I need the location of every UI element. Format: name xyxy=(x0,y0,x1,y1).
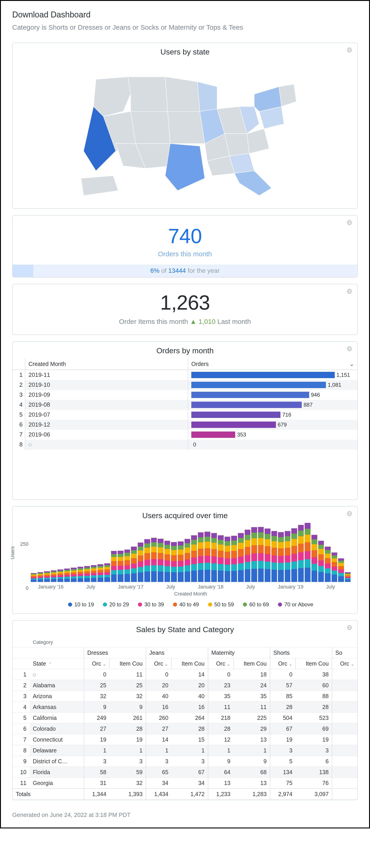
table-row[interactable]: 8Delaware11111133 xyxy=(13,745,357,756)
stacked-bar[interactable] xyxy=(245,530,251,582)
chevron-down-icon[interactable]: ⌄ xyxy=(165,662,168,666)
bar[interactable] xyxy=(191,432,235,438)
col-header[interactable]: Orc ⌄ xyxy=(208,658,234,669)
table-row[interactable]: 7Connecticut1919141512131919 xyxy=(13,734,357,745)
col-header[interactable]: Orc ⌄ xyxy=(84,658,110,669)
stacked-bar[interactable] xyxy=(298,525,304,582)
bar[interactable] xyxy=(191,372,335,378)
stacked-bar[interactable] xyxy=(37,572,43,582)
stacked-bar[interactable] xyxy=(51,570,57,582)
sort-asc-icon[interactable]: ˄ xyxy=(49,662,51,666)
stacked-bar[interactable] xyxy=(332,553,337,582)
bar[interactable] xyxy=(191,392,309,398)
globe-icon[interactable] xyxy=(346,511,352,518)
col-created-month[interactable]: Created Month xyxy=(25,359,188,370)
stacked-bar[interactable] xyxy=(231,536,237,582)
stacked-bar[interactable] xyxy=(138,542,144,582)
table-row[interactable]: 80 xyxy=(13,440,357,450)
stacked-bar[interactable] xyxy=(91,565,97,582)
stacked-bar[interactable] xyxy=(178,541,184,582)
col-header[interactable]: Orc ⌄ xyxy=(270,658,296,669)
col-header[interactable]: Item Cou xyxy=(234,658,270,669)
col-group[interactable]: Jeans xyxy=(146,647,208,658)
stacked-bar[interactable] xyxy=(131,547,137,582)
stacked-bar[interactable] xyxy=(198,532,204,582)
stacked-bar[interactable] xyxy=(311,535,317,582)
table-row[interactable]: 62019-12679 xyxy=(13,420,357,430)
table-row[interactable]: 10Florida585965676468134138 xyxy=(13,767,357,778)
stacked-bar[interactable] xyxy=(57,569,63,582)
legend-item[interactable]: 60 to 69 xyxy=(243,601,269,608)
chevron-down-icon[interactable]: ⌄ xyxy=(351,662,354,666)
stacked-bar[interactable] xyxy=(164,541,170,582)
stacked-bar[interactable] xyxy=(78,567,84,582)
stacked-bar[interactable] xyxy=(318,541,324,582)
stacked-bar[interactable] xyxy=(111,551,117,582)
col-state[interactable]: State ˄ xyxy=(30,658,84,669)
table-row[interactable]: 32019-09946 xyxy=(13,390,357,400)
stacked-bar-chart[interactable] xyxy=(31,523,350,582)
stacked-bar[interactable] xyxy=(158,539,163,582)
table-row[interactable]: 11Georgia3132343413137576 xyxy=(13,778,357,788)
stacked-bar[interactable] xyxy=(191,535,197,582)
legend-item[interactable]: 40 to 49 xyxy=(173,601,199,608)
stacked-bar[interactable] xyxy=(265,529,271,582)
table-row[interactable]: 1011014018038 xyxy=(13,669,357,680)
stacked-bar[interactable] xyxy=(291,528,297,582)
stacked-bar[interactable] xyxy=(205,532,210,582)
table-row[interactable]: 2Alabama2525202023245760 xyxy=(13,680,357,691)
stacked-bar[interactable] xyxy=(64,568,70,582)
stacked-bar[interactable] xyxy=(171,542,177,582)
stacked-bar[interactable] xyxy=(44,571,50,582)
stacked-bar[interactable] xyxy=(338,558,344,582)
bar[interactable] xyxy=(191,422,276,428)
stacked-bar[interactable] xyxy=(305,523,310,582)
table-row[interactable]: 22019-101,081 xyxy=(13,380,357,390)
globe-icon[interactable] xyxy=(346,288,352,295)
stacked-bar[interactable] xyxy=(151,538,157,582)
stacked-bar[interactable] xyxy=(118,551,123,582)
table-row[interactable]: 72019-06353 xyxy=(13,430,357,440)
legend-item[interactable]: 10 to 19 xyxy=(68,601,94,608)
col-header[interactable]: Item Cou xyxy=(296,658,332,669)
col-group[interactable]: Dresses xyxy=(84,647,146,658)
col-header[interactable]: Orc ⌄ xyxy=(332,658,357,669)
stacked-bar[interactable] xyxy=(211,533,217,582)
table-row[interactable]: 3Arizona3232404035358588 xyxy=(13,691,357,702)
stacked-bar[interactable] xyxy=(278,532,284,582)
us-map[interactable] xyxy=(13,60,357,208)
col-header[interactable]: Item Cou xyxy=(172,658,208,669)
globe-icon[interactable] xyxy=(346,625,352,631)
col-group[interactable]: So xyxy=(332,647,357,658)
stacked-bar[interactable] xyxy=(285,531,290,582)
chevron-down-icon[interactable]: ⌄ xyxy=(349,361,354,367)
table-row[interactable]: 6Colorado2728272828296769 xyxy=(13,723,357,734)
col-header[interactable]: Orc ⌄ xyxy=(146,658,172,669)
stacked-bar[interactable] xyxy=(144,539,150,582)
table-row[interactable]: 42019-08887 xyxy=(13,400,357,410)
stacked-bar[interactable] xyxy=(251,527,257,582)
stacked-bar[interactable] xyxy=(185,539,190,582)
legend-item[interactable]: 20 to 29 xyxy=(103,601,129,608)
table-row[interactable]: 9District of C…33339956 xyxy=(13,756,357,767)
globe-icon[interactable] xyxy=(346,220,352,226)
legend-item[interactable]: 70 or Above xyxy=(278,601,313,608)
chevron-down-icon[interactable]: ⌄ xyxy=(103,662,106,666)
stacked-bar[interactable] xyxy=(325,547,331,582)
globe-icon[interactable] xyxy=(346,346,352,352)
col-header[interactable]: Item Cou xyxy=(110,658,146,669)
stacked-bar[interactable] xyxy=(84,566,90,582)
col-group[interactable]: Shorts xyxy=(270,647,332,658)
stacked-bar[interactable] xyxy=(104,563,110,582)
bar[interactable] xyxy=(191,412,280,418)
table-row[interactable]: 12019-111,151 xyxy=(13,370,357,380)
table-row[interactable]: 52019-07716 xyxy=(13,410,357,420)
legend-item[interactable]: 30 to 39 xyxy=(138,601,164,608)
bar[interactable] xyxy=(191,382,326,388)
globe-icon[interactable] xyxy=(346,47,352,54)
stacked-bar[interactable] xyxy=(124,550,130,582)
table-row[interactable]: 5California249261260264218225504523 xyxy=(13,712,357,723)
stacked-bar[interactable] xyxy=(71,568,77,582)
chevron-down-icon[interactable]: ⌄ xyxy=(227,662,230,666)
legend-item[interactable]: 50 to 59 xyxy=(208,601,234,608)
